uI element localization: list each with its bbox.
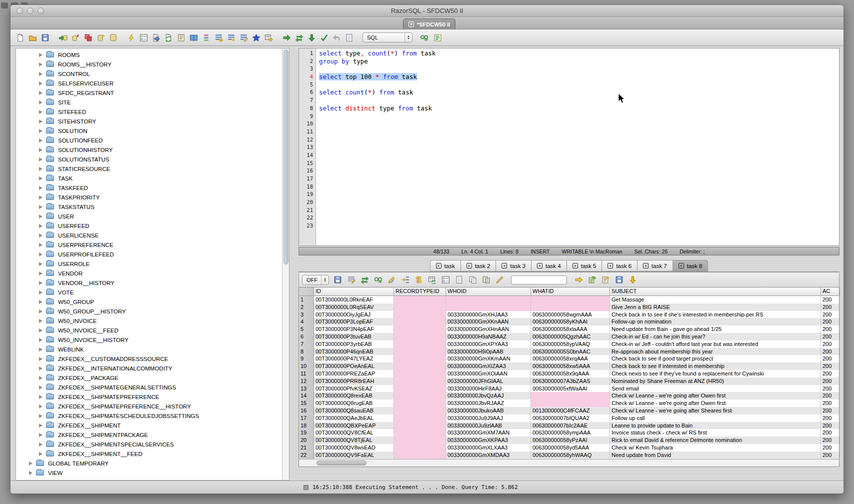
- tree-item-vendor-history[interactable]: VENDOR__HISTORY: [16, 278, 282, 288]
- row-limit-select[interactable]: OFF ▲▼: [302, 275, 329, 285]
- cell-whoid[interactable]: 0033000000GmXMDAA3: [446, 452, 531, 459]
- cell-subject[interactable]: Check-in w/ Ed - can he join this year?: [610, 333, 821, 340]
- cell-ac[interactable]: 200: [821, 378, 840, 385]
- cell-whoid[interactable]: 0033000000GmXKPAA3: [446, 436, 531, 444]
- cell-subject[interactable]: Re-approach about membership this year: [610, 348, 821, 356]
- cell-recordtypeid[interactable]: [394, 326, 446, 333]
- row-number-cell[interactable]: 18: [299, 422, 314, 430]
- table-row[interactable]: 500T3000000P3N4pEAF0033000000GmXHnAAN006…: [299, 326, 839, 333]
- tree-item-sfdc-registrant[interactable]: SFDC_REGISTRANT: [16, 88, 282, 98]
- row-number-header[interactable]: [299, 288, 314, 296]
- cell-recordtypeid[interactable]: [394, 392, 446, 400]
- tab-close-icon[interactable]: ✕: [408, 22, 414, 27]
- cell-whoid[interactable]: 0033000000HirF8AAJ: [446, 385, 531, 392]
- cell-recordtypeid[interactable]: [394, 452, 446, 459]
- cell-recordtypeid[interactable]: [394, 333, 446, 340]
- disclosure-triangle-icon[interactable]: [29, 471, 32, 475]
- tree-item-solutionstatus[interactable]: SOLUTIONSTATUS: [16, 154, 282, 164]
- results-tab-task-2[interactable]: ✕task 2: [460, 260, 496, 272]
- cell-subject[interactable]: Check w/ Leanne - we're going after Shea…: [610, 407, 821, 414]
- cell-id[interactable]: 00T3000000PREZaEAP: [314, 370, 394, 378]
- disclosure-triangle-icon[interactable]: [39, 82, 42, 86]
- add-rows-icon[interactable]: [226, 33, 236, 42]
- code-line-8[interactable]: select distinct type from task: [319, 104, 839, 112]
- cell-ac[interactable]: 200: [821, 355, 840, 362]
- tab-close-icon[interactable]: ✕: [572, 263, 578, 268]
- tree-item-taskstatus[interactable]: TASKSTATUS: [16, 202, 282, 212]
- cell-whoid[interactable]: 0033000000JbvQzAAJ: [446, 392, 531, 400]
- cell-ac[interactable]: 200: [821, 333, 840, 340]
- cell-recordtypeid[interactable]: [394, 355, 446, 362]
- sort-up-down-icon[interactable]: [414, 276, 423, 284]
- new-note-icon[interactable]: [601, 276, 610, 284]
- disclosure-triangle-icon[interactable]: [39, 414, 42, 418]
- panel-splitter[interactable]: [290, 48, 298, 480]
- table-row[interactable]: 2000T3000000QV8TjEAL0033000000GmXKPAA300…: [299, 436, 839, 444]
- cell-recordtypeid[interactable]: [394, 370, 446, 378]
- edit-rows-icon[interactable]: [239, 33, 248, 42]
- disclosure-triangle-icon[interactable]: [39, 158, 42, 162]
- cell-id[interactable]: 00T3000000Q8rexEAB: [314, 392, 394, 400]
- tree-item-zkfedex-shipmentspecialservices[interactable]: ZKFEDEX__SHIPMENTSPECIALSERVICES: [16, 440, 282, 449]
- code-line-20[interactable]: [319, 198, 839, 206]
- cell-recordtypeid[interactable]: [394, 422, 446, 430]
- page-view-icon[interactable]: [454, 276, 464, 284]
- cell-id[interactable]: 00T3000000QV8TjEAL: [314, 436, 394, 444]
- horizontal-scrollbar[interactable]: [299, 459, 839, 466]
- statement-type-select[interactable]: SQL ▲▼: [362, 32, 412, 42]
- cell-whoid[interactable]: 0033000000GmXKmAAN: [446, 355, 531, 362]
- column-list-icon[interactable]: [202, 33, 210, 42]
- row-number-cell[interactable]: 2: [299, 304, 314, 311]
- cell-whatid[interactable]: 00630000005QgzhAAC: [531, 333, 610, 340]
- cell-subject[interactable]: Check nexis to see if they've found a re…: [610, 370, 821, 378]
- cell-whatid[interactable]: 006300000058ympAAA: [531, 429, 610, 436]
- tree-item-scontrol[interactable]: SCONTROL: [16, 69, 282, 78]
- disclosure-triangle-icon[interactable]: [39, 272, 42, 276]
- execute-lightning-icon[interactable]: [126, 33, 136, 42]
- results-tab-task-5[interactable]: ✕task 5: [566, 260, 602, 272]
- tab-close-icon[interactable]: ✕: [466, 263, 472, 268]
- tree-item-zkfedex-shipment-feed[interactable]: ZKFEDEX__SHIPMENT__FEED: [16, 449, 282, 458]
- cell-subject[interactable]: Nominated by Shane Freeman at ANZ (HR50): [610, 378, 821, 385]
- cell-id[interactable]: 00T3000000QV8CfEAL: [314, 429, 394, 436]
- save-results-icon[interactable]: [333, 276, 342, 284]
- cell-whatid[interactable]: 00630000007bIc2AAE: [531, 422, 610, 430]
- cell-recordtypeid[interactable]: [394, 304, 446, 311]
- cell-ac[interactable]: 200: [821, 304, 840, 311]
- results-tab-task-7[interactable]: ✕task 7: [637, 260, 672, 272]
- cell-id[interactable]: 00T3000000OiyJgEAJ: [314, 311, 394, 318]
- preview-glasses-icon[interactable]: [374, 276, 382, 284]
- tree-item-sitehistory[interactable]: SITEHISTORY: [16, 116, 282, 126]
- code-line-4[interactable]: select top 100 * from task: [319, 73, 839, 81]
- disclosure-triangle-icon[interactable]: [39, 129, 42, 133]
- row-number-cell[interactable]: 17: [299, 414, 314, 422]
- results-tab-task-3[interactable]: ✕task 3: [496, 260, 531, 272]
- disclosure-triangle-icon[interactable]: [39, 148, 42, 152]
- cell-recordtypeid[interactable]: [394, 444, 446, 452]
- tree-item-site[interactable]: SITE: [16, 98, 282, 107]
- cell-whatid[interactable]: [531, 392, 610, 400]
- disclosure-triangle-icon[interactable]: [39, 62, 42, 66]
- table-row[interactable]: 2100T3000000QV8wsEAD0033000000GmXLXAA300…: [299, 444, 839, 452]
- cell-whatid[interactable]: [531, 304, 610, 311]
- cell-id[interactable]: 00T3000000QV9FaEAL: [314, 452, 394, 459]
- cell-whoid[interactable]: 0033000000JFhGlAAL: [446, 378, 531, 385]
- sql-code-area[interactable]: select type, count(*) from taskgroup by …: [316, 48, 839, 246]
- cell-whatid[interactable]: 00630000005S0bnAAC: [531, 348, 610, 356]
- code-line-19[interactable]: [319, 190, 839, 198]
- tab-sfdcw50[interactable]: ✕ *SFDCW50 II: [403, 18, 456, 30]
- code-line-12[interactable]: [319, 136, 839, 144]
- column-header-subject[interactable]: SUBJECT: [610, 288, 821, 296]
- cell-recordtypeid[interactable]: [394, 400, 446, 407]
- tree-item-zkfedex-shipmategeneralsettings[interactable]: ZKFEDEX__SHIPMATEGENERALSETTINGS: [16, 382, 282, 392]
- disclosure-triangle-icon[interactable]: [39, 404, 42, 408]
- table-row[interactable]: 800T3000000P46qnEAB0033000000H9i0pAAB006…: [299, 348, 839, 356]
- row-number-cell[interactable]: 21: [299, 444, 314, 452]
- cell-recordtypeid[interactable]: [394, 340, 446, 348]
- tab-close-icon[interactable]: ✕: [608, 263, 613, 268]
- cell-whoid[interactable]: [446, 304, 531, 311]
- code-line-11[interactable]: [319, 128, 839, 136]
- edit-notepad-icon[interactable]: [176, 33, 186, 42]
- disclosure-triangle-icon[interactable]: [39, 53, 42, 57]
- add-column-icon[interactable]: [96, 33, 105, 42]
